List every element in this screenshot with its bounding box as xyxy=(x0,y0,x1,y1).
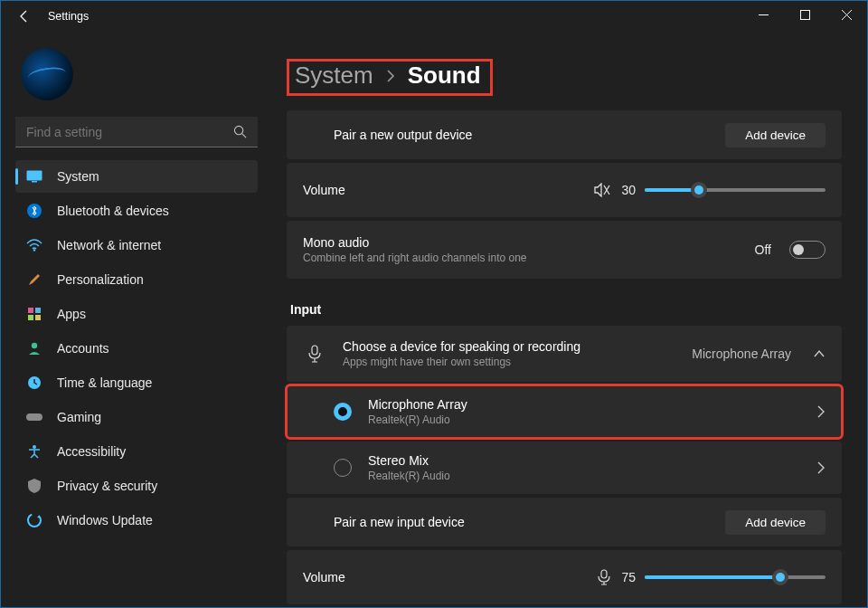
nav-label: Windows Update xyxy=(57,513,153,527)
shield-icon xyxy=(24,479,44,493)
breadcrumb-parent[interactable]: System xyxy=(295,62,373,90)
output-volume-label: Volume xyxy=(303,183,345,197)
chevron-right-icon xyxy=(816,405,826,418)
display-icon xyxy=(24,170,44,183)
device-name: Stereo Mix xyxy=(368,453,450,468)
chevron-right-icon xyxy=(816,461,826,474)
minimize-button[interactable] xyxy=(742,1,784,28)
close-icon xyxy=(842,10,852,20)
nav-label: Accounts xyxy=(57,341,109,356)
accessibility-icon xyxy=(24,444,44,459)
svg-rect-9 xyxy=(35,308,41,313)
microphone-icon xyxy=(598,569,610,585)
user-avatar[interactable] xyxy=(21,48,73,100)
nav-label: Personalization xyxy=(57,272,144,287)
nav-bluetooth[interactable]: Bluetooth & devices xyxy=(15,195,258,227)
choose-input-subtitle: Apps might have their own settings xyxy=(343,356,580,368)
output-volume-slider[interactable] xyxy=(645,188,826,192)
arrow-left-icon xyxy=(17,9,32,24)
mute-icon[interactable] xyxy=(594,183,610,197)
svg-rect-14 xyxy=(26,413,42,421)
nav-list: System Bluetooth & devices Network & int… xyxy=(15,160,258,537)
svg-point-7 xyxy=(33,249,35,251)
svg-rect-1 xyxy=(800,10,809,19)
input-volume-label: Volume xyxy=(303,570,345,584)
chevron-up-icon xyxy=(813,349,826,358)
device-name: Microphone Array xyxy=(368,397,467,412)
nav-label: Privacy & security xyxy=(57,479,157,493)
radio-unselected[interactable] xyxy=(334,459,352,477)
nav-label: Gaming xyxy=(57,410,101,424)
svg-rect-18 xyxy=(601,570,607,578)
clock-icon xyxy=(24,375,44,390)
pair-input-row: Pair a new input device Add device xyxy=(287,498,842,546)
choose-input-row[interactable]: Choose a device for speaking or recordin… xyxy=(287,326,842,382)
nav-time[interactable]: Time & language xyxy=(15,366,258,399)
user-icon xyxy=(24,341,44,356)
nav-label: System xyxy=(57,169,99,184)
nav-label: Apps xyxy=(57,307,86,321)
breadcrumb-current: Sound xyxy=(408,62,481,90)
close-button[interactable] xyxy=(826,1,867,28)
search-icon xyxy=(233,125,247,138)
svg-rect-4 xyxy=(27,171,42,181)
mono-audio-toggle[interactable] xyxy=(789,241,826,259)
nav-label: Time & language xyxy=(57,375,152,390)
svg-point-15 xyxy=(33,445,36,449)
wifi-icon xyxy=(24,239,44,252)
output-volume-value: 30 xyxy=(621,183,636,197)
svg-rect-5 xyxy=(32,181,37,183)
pair-output-row: Pair a new output device Add device xyxy=(287,110,842,159)
apps-icon xyxy=(24,307,44,321)
svg-point-16 xyxy=(28,514,41,527)
window-title: Settings xyxy=(48,10,89,23)
svg-point-2 xyxy=(234,126,242,134)
bluetooth-icon xyxy=(24,204,44,218)
pair-output-label: Pair a new output device xyxy=(334,128,472,142)
radio-selected[interactable] xyxy=(334,403,352,421)
nav-accounts[interactable]: Accounts xyxy=(15,332,258,365)
input-volume-slider[interactable] xyxy=(645,575,826,579)
nav-personalization[interactable]: Personalization xyxy=(15,263,258,296)
input-volume-value: 75 xyxy=(621,570,636,584)
mono-audio-row[interactable]: Mono audio Combine left and right audio … xyxy=(287,221,842,279)
minimize-icon xyxy=(759,10,769,20)
nav-update[interactable]: Windows Update xyxy=(15,504,258,537)
device-driver: Realtek(R) Audio xyxy=(368,413,467,426)
gamepad-icon xyxy=(24,412,44,423)
nav-label: Network & internet xyxy=(57,238,161,252)
nav-label: Bluetooth & devices xyxy=(57,204,169,218)
back-button[interactable] xyxy=(17,9,33,24)
input-device-microphone-array[interactable]: Microphone Array Realtek(R) Audio xyxy=(287,385,842,438)
nav-label: Accessibility xyxy=(57,444,126,459)
svg-rect-17 xyxy=(312,346,317,355)
selected-input-device: Microphone Array xyxy=(692,347,791,361)
nav-gaming[interactable]: Gaming xyxy=(15,401,258,433)
svg-rect-8 xyxy=(28,308,33,313)
nav-apps[interactable]: Apps xyxy=(15,298,258,330)
maximize-button[interactable] xyxy=(784,1,826,28)
pair-input-label: Pair a new input device xyxy=(334,515,465,529)
nav-privacy[interactable]: Privacy & security xyxy=(15,470,258,502)
svg-line-3 xyxy=(242,134,246,138)
search-input[interactable] xyxy=(15,117,258,147)
nav-network[interactable]: Network & internet xyxy=(15,229,258,261)
output-volume-row: Volume 30 xyxy=(287,163,842,217)
input-device-stereo-mix[interactable]: Stereo Mix Realtek(R) Audio xyxy=(287,442,842,494)
add-output-device-button[interactable]: Add device xyxy=(725,123,826,147)
mono-audio-subtitle: Combine left and right audio channels in… xyxy=(303,252,755,264)
choose-input-title: Choose a device for speaking or recordin… xyxy=(343,339,580,354)
svg-point-12 xyxy=(32,343,37,348)
input-section-heading: Input xyxy=(290,302,842,317)
nav-system[interactable]: System xyxy=(15,160,258,193)
input-volume-row: Volume 75 xyxy=(287,550,842,604)
chevron-right-icon xyxy=(386,70,395,82)
breadcrumb: System Sound xyxy=(287,59,493,96)
update-icon xyxy=(24,513,44,527)
svg-rect-11 xyxy=(35,315,41,320)
nav-accessibility[interactable]: Accessibility xyxy=(15,435,258,468)
device-driver: Realtek(R) Audio xyxy=(368,470,450,482)
add-input-device-button[interactable]: Add device xyxy=(725,510,826,535)
mono-toggle-state: Off xyxy=(755,242,771,257)
microphone-icon xyxy=(303,345,326,363)
